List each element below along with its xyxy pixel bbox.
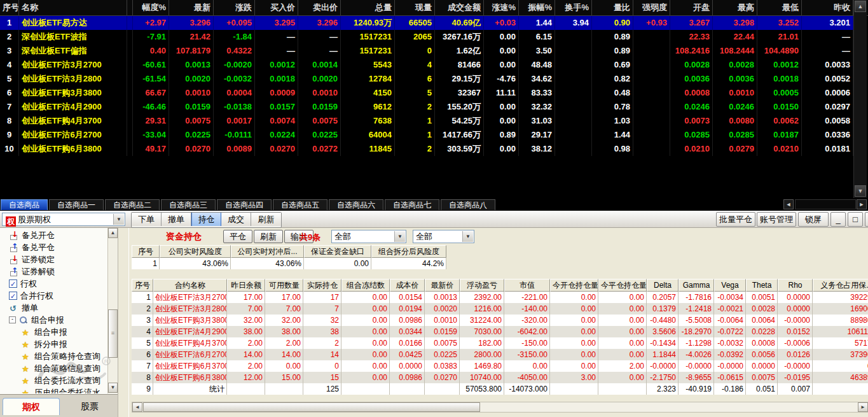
watchlist-tab[interactable]: 自选商品五 [273,199,327,210]
tree-item-拆分申报[interactable]: 拆分申报 [0,338,118,350]
watchlist-tab[interactable]: 自选商品六 [329,199,383,210]
column-header[interactable]: 公司实时风险度 [160,245,231,258]
watchlist-tab[interactable]: 自选商品三 [161,199,216,210]
table-row[interactable]: 9统计12557053.800-14073.0002.323-40.919-0.… [132,383,868,395]
product-select[interactable]: 权 股票期权 ▼ [2,213,125,226]
column-header[interactable]: 昨日余额 [227,279,265,292]
scroll-left-icon[interactable]: ◄ [132,402,142,412]
column-header[interactable]: Delta [647,279,679,292]
tree-item-撤单[interactable]: 撤单 [0,302,118,314]
column-header[interactable]: Rho [778,279,813,292]
tabs-scroll-track[interactable] [795,199,856,209]
toolbar-button-撤单[interactable]: 撤单 [162,213,191,226]
table-row[interactable]: 7创业板ETF购6月37002.000.0000.000.00000.03831… [132,360,868,372]
quote-column-header[interactable] [127,0,133,15]
action-button-平仓[interactable]: 平仓 [223,230,252,243]
tree-item-证券锁定[interactable]: 证券锁定 [0,253,118,265]
tree-item-组合策略持仓查询[interactable]: 组合策略持仓查询 [0,350,118,362]
quote-column-header[interactable]: 成交金额 [435,0,484,15]
toolbar-button-锁屏[interactable]: 锁屏 [798,212,829,227]
column-header[interactable]: 市值 [504,279,550,292]
quote-row[interactable]: 7创业板ETF沽4月2900-46.460.0159-0.01380.01570… [0,100,868,114]
toolbar-button-持仓[interactable]: 持仓 [191,213,221,226]
quote-row[interactable]: 9创业板ETF沽6月2700-33.040.0225-0.01110.02240… [0,128,868,142]
table-row[interactable]: 1创业板ETF沽3月270017.0017.00170.000.01540.00… [132,292,868,303]
quote-row[interactable]: 1创业板ETF易方达+2.973.296+0.0953.2953.2961240… [0,16,868,30]
quote-column-header[interactable]: 昨收 [802,0,853,15]
sidebar-tab-股票[interactable]: 股票 [61,398,118,415]
toolbar-button-账号管理[interactable]: 账号管理 [757,212,796,227]
quote-column-header[interactable]: 名称 [19,0,127,15]
chevron-down-icon[interactable]: ▼ [113,214,124,225]
table-row[interactable]: 3创业板ETF购3月380032.0032.00320.000.09860.00… [132,315,868,326]
quote-row[interactable]: 2深创业板ETF波指-7.9121.42-1.84——1517231206532… [0,30,868,44]
column-header[interactable]: Theta [746,279,778,292]
quote-column-header[interactable]: 总量 [341,0,395,15]
quote-column-header[interactable]: 振幅% [519,0,555,15]
tree-item-组合委托流水查询[interactable]: 组合委托流水查询 [0,374,118,386]
action-button-刷新[interactable]: 刷新 [254,230,283,243]
column-header[interactable]: 合约名称 [153,279,227,292]
tree-item-备兑开仓[interactable]: 备兑开仓 [0,229,118,241]
watchlist-tab[interactable]: 自选商品七 [385,199,439,210]
watchlist-tab[interactable]: 自选商品八 [441,199,495,210]
quote-row[interactable]: 3深创业板ETF偏指0.40107.81790.4322——151723101.… [0,44,868,58]
toolbar-button-下单[interactable]: 下单 [132,213,162,226]
watchlist-tab[interactable]: 自选商品二 [105,199,160,210]
column-header[interactable]: Vega [714,279,746,292]
chevron-down-icon[interactable]: ▼ [394,231,405,242]
quote-column-header[interactable]: 序号 [0,0,19,15]
table-row[interactable]: 4创业板ETF沽4月290038.0038.00380.000.03440.01… [132,326,868,337]
column-header[interactable]: 今平仓持仓量 [598,279,647,292]
quote-column-header[interactable]: 量比 [592,0,633,15]
quote-column-header[interactable]: 强弱度 [633,0,670,15]
toolbar-button-刷新[interactable]: 刷新 [251,213,281,226]
scroll-right-icon[interactable]: ► [858,402,868,412]
scrollbar-thumb[interactable] [143,402,480,412]
column-header[interactable]: 成本价 [390,279,425,292]
tabs-scroll-left-icon[interactable]: ◄ [783,199,794,209]
quote-row[interactable]: 8创业板ETF购4月370029.310.00750.00170.00740.0… [0,114,868,128]
table-row[interactable]: 8创业板ETF购6月380012.0015.00150.000.09860.02… [132,372,868,383]
column-header[interactable]: 实际持仓 [303,279,341,292]
scroll-down-icon[interactable]: ▼ [855,185,866,197]
column-header[interactable]: 公司实时对冲后... [231,245,304,258]
quote-column-header[interactable]: 买入价 [255,0,298,15]
close-button[interactable]: × [865,212,868,227]
table-row[interactable]: 2创业板ETF沽3月28007.007.0070.000.01940.00201… [132,303,868,315]
column-header[interactable]: 组合冻结数 [341,279,390,292]
quote-column-header[interactable]: 换手% [555,0,592,15]
tree-item-证券解锁[interactable]: 证券解锁 [0,265,118,278]
quote-row[interactable]: 10创业板ETF购6月380049.170.02700.00890.02700.… [0,142,868,156]
quote-column-header[interactable]: 最低 [757,0,802,15]
table-row[interactable]: 5创业板ETF购4月37002.002.0020.000.01660.00751… [132,337,868,349]
tree-item-合并行权[interactable]: 合并行权 [0,290,118,302]
tree-expander-icon[interactable]: - [9,316,16,323]
filter-select-1[interactable]: 全部 ▼ [331,230,406,243]
quote-column-header[interactable]: 现量 [395,0,435,15]
sidebar-tab-期权[interactable]: 期权 [3,398,60,415]
column-header[interactable]: 保证金资金缺口 [304,245,371,258]
column-header[interactable]: 序号 [132,245,160,258]
tree-item-历史组合委托流水[interactable]: 历史组合委托流水 [0,386,118,393]
minimize-button[interactable]: _ [830,212,846,227]
column-header[interactable]: 浮动盈亏 [460,279,504,292]
quote-column-header[interactable]: 幅度% [133,0,169,15]
quote-column-header[interactable]: 开盘 [670,0,713,15]
column-header[interactable]: 组合拆分后风险度 [371,245,446,258]
horizontal-scrollbar[interactable]: ◄ ► [132,402,868,413]
table-row[interactable]: 143.06%43.06%0.0044.2% [132,258,446,269]
tree-item-组合申报[interactable]: 组合申报 [0,326,118,338]
watchlist-tab[interactable]: 自选商品 [1,199,48,210]
quote-row[interactable]: 4创业板ETF沽3月2700-60.610.0013-0.00200.00120… [0,58,868,72]
toolbar-button-成交[interactable]: 成交 [221,213,251,226]
quote-row[interactable]: 5创业板ETF沽3月2800-61.540.0020-0.00320.00180… [0,72,868,86]
tree-item-组合申报[interactable]: -组合申报 [0,314,118,326]
column-header[interactable]: 义务仓占用保. [813,279,868,292]
toolbar-button-批量平仓[interactable]: 批量平仓 [716,212,755,227]
table-row[interactable]: 6创业板ETF沽6月270014.0014.00140.000.04250.02… [132,349,868,360]
quote-column-header[interactable]: 涨速% [484,0,519,15]
maximize-button[interactable]: □ [848,212,863,227]
tree-item-组合策略信息查询[interactable]: 组合策略信息查询 [0,362,118,374]
scroll-up-icon[interactable]: ▲ [855,1,866,12]
